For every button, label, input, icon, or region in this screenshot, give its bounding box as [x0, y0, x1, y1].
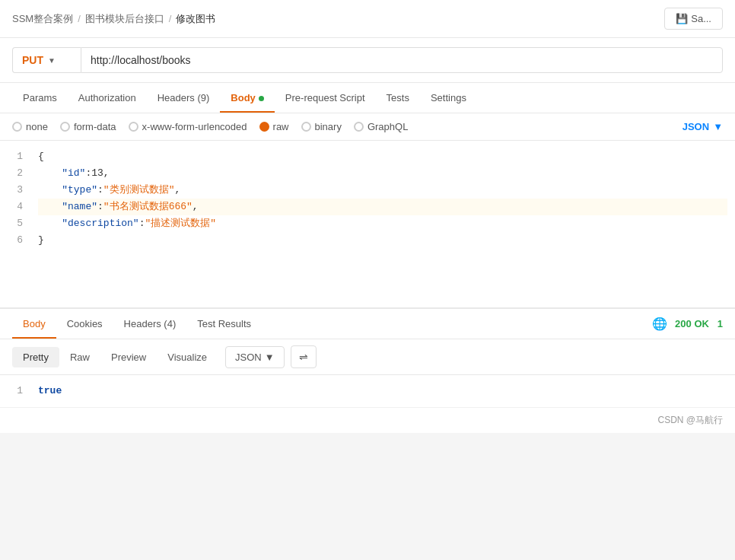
- tab-pre-request[interactable]: Pre-request Script: [275, 83, 376, 113]
- tab-settings[interactable]: Settings: [420, 83, 477, 113]
- breadcrumb-current: 修改图书: [176, 12, 215, 26]
- radio-raw: [259, 122, 269, 132]
- breadcrumb: SSM整合案例 / 图书模块后台接口 / 修改图书: [12, 12, 215, 26]
- breadcrumb-bar: SSM整合案例 / 图书模块后台接口 / 修改图书 💾 Sa...: [0, 0, 735, 38]
- body-active-dot: [259, 96, 264, 101]
- method-chevron-icon: ▼: [48, 56, 56, 65]
- response-tab-headers[interactable]: Headers (4): [113, 309, 187, 339]
- format-tab-preview[interactable]: Preview: [100, 347, 157, 368]
- format-tab-visualize[interactable]: Visualize: [157, 347, 218, 368]
- response-line-1: true: [38, 383, 727, 399]
- code-line-3: "type":"类别测试数据",: [38, 182, 727, 199]
- save-button[interactable]: 💾 Sa...: [664, 8, 723, 30]
- response-tab-body[interactable]: Body: [12, 309, 56, 339]
- wrap-button[interactable]: ⇌: [291, 345, 317, 368]
- code-line-2: "id":13,: [38, 165, 727, 182]
- response-tabs: Body Cookies Headers (4) Test Results 🌐 …: [0, 309, 735, 339]
- response-tab-test-results[interactable]: Test Results: [186, 309, 262, 339]
- json-chevron-icon: ▼: [713, 121, 723, 132]
- tab-headers[interactable]: Headers (9): [147, 83, 221, 113]
- method-label: PUT: [22, 54, 43, 66]
- tab-body[interactable]: Body: [220, 83, 275, 113]
- code-line-6: }: [38, 232, 727, 249]
- response-tab-cookies[interactable]: Cookies: [56, 309, 113, 339]
- option-form-data[interactable]: form-data: [60, 121, 116, 132]
- radio-graphql: [354, 122, 364, 132]
- option-graphql[interactable]: GraphQL: [354, 121, 408, 132]
- radio-form-urlencoded: [129, 122, 138, 132]
- status-badge: 200 OK 1: [675, 318, 723, 329]
- breadcrumb-sep2: /: [169, 13, 172, 24]
- save-icon: 💾: [676, 13, 688, 24]
- footer-text: CSDN @马航行: [657, 415, 723, 425]
- response-format-tabs: Pretty Raw Preview Visualize JSON ▼ ⇌: [0, 339, 735, 375]
- json-format-select[interactable]: JSON ▼: [682, 121, 723, 132]
- line-numbers: 1 2 3 4 5 6: [0, 148, 30, 250]
- breadcrumb-item2[interactable]: 图书模块后台接口: [85, 12, 164, 26]
- format-chevron-icon: ▼: [265, 352, 275, 363]
- code-line-4: "name":"书名测试数据666",: [38, 199, 727, 215]
- breadcrumb-item1[interactable]: SSM整合案例: [12, 12, 73, 26]
- response-section: Body Cookies Headers (4) Test Results 🌐 …: [0, 308, 735, 407]
- tab-authorization[interactable]: Authorization: [68, 83, 147, 113]
- response-code: true: [30, 383, 735, 399]
- format-tab-raw[interactable]: Raw: [59, 347, 100, 368]
- radio-form-data: [60, 122, 70, 132]
- url-input[interactable]: [81, 47, 723, 73]
- option-binary[interactable]: binary: [301, 121, 342, 132]
- tab-params[interactable]: Params: [12, 83, 68, 113]
- save-label: Sa...: [691, 13, 711, 24]
- option-none[interactable]: none: [12, 121, 48, 132]
- format-tab-pretty[interactable]: Pretty: [12, 347, 59, 368]
- breadcrumb-sep1: /: [78, 13, 81, 24]
- response-line-numbers: 1: [0, 383, 30, 399]
- code-line-1: {: [38, 148, 727, 165]
- footer: CSDN @马航行: [0, 407, 735, 433]
- code-content[interactable]: { "id":13, "type":"类别测试数据", "name":"书名测试…: [30, 148, 735, 250]
- code-editor[interactable]: 1 2 3 4 5 6 { "id":13, "type":"类别测试数据", …: [0, 141, 735, 308]
- code-line-5: "description":"描述测试数据": [38, 215, 727, 232]
- response-format-select[interactable]: JSON ▼: [225, 346, 285, 368]
- radio-binary: [301, 122, 311, 132]
- option-form-urlencoded[interactable]: x-www-form-urlencoded: [129, 121, 247, 132]
- method-select[interactable]: PUT ▼: [12, 47, 81, 73]
- response-status-area: 🌐 200 OK 1: [652, 317, 723, 331]
- request-tabs: Params Authorization Headers (9) Body Pr…: [0, 83, 735, 113]
- body-options: none form-data x-www-form-urlencoded raw…: [0, 113, 735, 141]
- option-raw[interactable]: raw: [259, 121, 289, 132]
- globe-icon: 🌐: [652, 317, 667, 331]
- url-section: PUT ▼: [0, 38, 735, 83]
- response-body: 1 true: [0, 375, 735, 407]
- tab-tests[interactable]: Tests: [376, 83, 420, 113]
- radio-none: [12, 122, 22, 132]
